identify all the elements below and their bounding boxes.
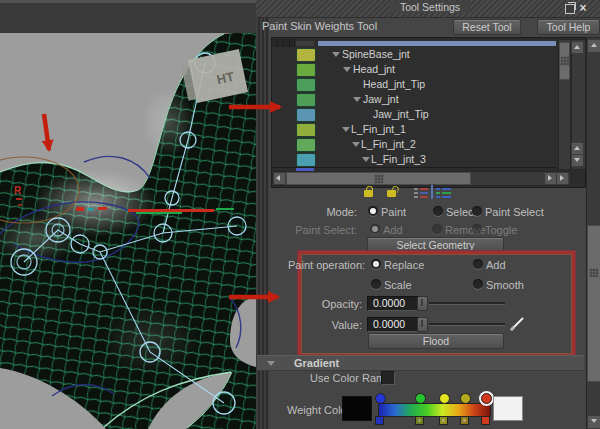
select-geometry-button[interactable]: Select Geometry (367, 237, 504, 252)
tree-scroll-right-button-2[interactable] (556, 172, 569, 185)
tree-row[interactable]: L_Fin_jnt_2 (272, 137, 557, 153)
unlock-icon[interactable] (387, 186, 401, 199)
mode-paint-radio[interactable] (368, 206, 378, 216)
influence-color-swatch[interactable] (296, 138, 316, 152)
float-window-icon[interactable] (565, 4, 575, 14)
opacity-slider-handle[interactable] (417, 296, 428, 311)
flood-button[interactable]: Flood (368, 333, 504, 349)
paint-select-label: Paint Select: (277, 224, 357, 236)
value-slider-handle[interactable] (417, 317, 428, 332)
weight-color-white-swatch[interactable] (493, 396, 523, 421)
use-color-ramp-checkbox[interactable] (381, 371, 395, 385)
ramp-interp-icon[interactable] (375, 416, 384, 425)
influence-color-swatch[interactable] (296, 123, 316, 137)
influence-label: Jaw_jnt_Tip (373, 108, 429, 120)
tool-help-button[interactable]: Tool Help (537, 19, 600, 35)
panel-scroll-down-button[interactable] (587, 415, 600, 429)
influence-label: Head_jnt (353, 63, 395, 75)
expander-icon[interactable] (342, 127, 350, 132)
paint-select-toggle-radio (472, 224, 482, 234)
icon-divider (431, 185, 433, 199)
close-icon[interactable]: × (577, 1, 589, 15)
use-color-ramp-label: Use Color Ramp (310, 372, 391, 384)
influence-color-swatch[interactable] (296, 93, 316, 107)
influence-color-swatch[interactable] (296, 153, 316, 167)
influence-label: Head_jnt_Tip (363, 78, 425, 90)
influence-color-swatch[interactable] (296, 78, 316, 92)
influence-label: Jaw_jnt (363, 93, 399, 105)
opacity-input[interactable]: 0.0000 (367, 296, 418, 311)
ramp-interp-icon[interactable]: x (439, 416, 448, 425)
influence-label: L_Fin_jnt_1 (351, 123, 406, 135)
tree-scroll-up-button[interactable] (571, 41, 584, 54)
app-root: HT R Tool Settings × Paint Skin Wei (0, 0, 600, 429)
mode-paint-select-label: Paint Select (485, 206, 544, 218)
paint-op-smooth-radio[interactable] (473, 279, 483, 289)
value-slider-track[interactable] (429, 323, 505, 326)
gradient-section-header[interactable]: Gradient (257, 355, 584, 371)
tree-row[interactable]: Jaw_jnt_Tip (272, 107, 557, 123)
paint-select-add-radio (370, 224, 380, 234)
mode-label: Mode: (297, 206, 357, 218)
paint-op-replace-radio[interactable] (371, 259, 381, 269)
tree-row[interactable]: Head_jnt (272, 62, 557, 78)
influence-label: SpineBase_jnt (342, 48, 410, 60)
partial-swatch-top (296, 41, 314, 46)
tree-row[interactable]: Jaw_jnt (272, 92, 557, 108)
tree-row[interactable]: L_Fin_jnt_1 (272, 122, 557, 138)
paint-op-scale-label: Scale (384, 279, 412, 291)
tree-row[interactable]: L_Fin_jnt_3 (272, 152, 557, 168)
expander-icon[interactable] (352, 142, 360, 147)
tree-scroll-left-button[interactable] (273, 172, 286, 185)
viewport-top-bar (0, 0, 256, 33)
expander-icon[interactable] (362, 157, 370, 162)
gradient-header-label: Gradient (294, 357, 339, 369)
expander-icon[interactable] (353, 97, 361, 102)
value-input[interactable]: 0.0000 (367, 317, 418, 332)
tree-scroll-down-button[interactable] (571, 154, 584, 167)
paint-op-add-label: Add (486, 259, 506, 271)
tree-row[interactable]: SpineBase_jnt (272, 47, 557, 63)
viewport-top-edge (0, 0, 256, 3)
selected-row-partial[interactable] (318, 41, 556, 46)
influence-color-swatch[interactable] (296, 108, 316, 122)
influence-color-swatch[interactable] (296, 63, 316, 77)
ramp-interp-icon[interactable]: x (415, 416, 424, 425)
paint-select-toggle-label: Toggle (485, 224, 517, 236)
weight-color-black-swatch[interactable] (342, 396, 372, 421)
influence-color-swatch[interactable] (296, 48, 316, 62)
influence-label: L_Fin_jnt_3 (371, 153, 426, 165)
ramp-stop-icon[interactable] (375, 393, 386, 404)
tool-name: Paint Skin Weights Tool (262, 20, 377, 32)
ramp-stop-icon[interactable] (439, 393, 450, 404)
tree-hscrollbar-thumb[interactable] (286, 172, 471, 185)
ramp-interp-icon[interactable]: x (460, 416, 469, 425)
opacity-slider-track[interactable] (429, 302, 505, 305)
influence-label: L_Fin_jnt_2 (361, 138, 416, 150)
paint-op-add-radio[interactable] (473, 259, 483, 269)
expander-icon[interactable] (343, 67, 351, 72)
expander-icon[interactable] (332, 52, 340, 57)
panel-scroll-up-button[interactable] (587, 39, 600, 53)
reset-tool-button[interactable]: Reset Tool (453, 19, 521, 35)
mode-paint-select-radio[interactable] (472, 206, 482, 216)
paint-op-scale-radio[interactable] (371, 279, 381, 289)
panel-scrollbar-thumb[interactable] (587, 225, 600, 382)
paint-op-replace-label: Replace (384, 259, 424, 271)
value-label: Value: (302, 319, 362, 331)
paint-select-remove-radio (432, 224, 442, 234)
axis-label: R (14, 185, 22, 196)
lock-icon[interactable] (364, 186, 376, 199)
weight-ramp[interactable] (378, 403, 491, 417)
mode-select-radio[interactable] (433, 206, 443, 216)
ramp-stop-icon[interactable] (460, 393, 471, 404)
flat-list-icon[interactable] (436, 187, 451, 199)
collapse-icon (267, 361, 275, 366)
eyedropper-icon[interactable] (509, 315, 526, 332)
tree-row[interactable]: Head_jnt_Tip (272, 77, 557, 93)
panel-title: Tool Settings (340, 1, 520, 13)
tree-vscrollbar-thumb[interactable] (559, 42, 570, 80)
ramp-interp-icon-selected[interactable] (481, 416, 490, 425)
sort-list-icon[interactable] (414, 187, 429, 199)
viewport-canvas[interactable]: HT R (0, 0, 256, 429)
